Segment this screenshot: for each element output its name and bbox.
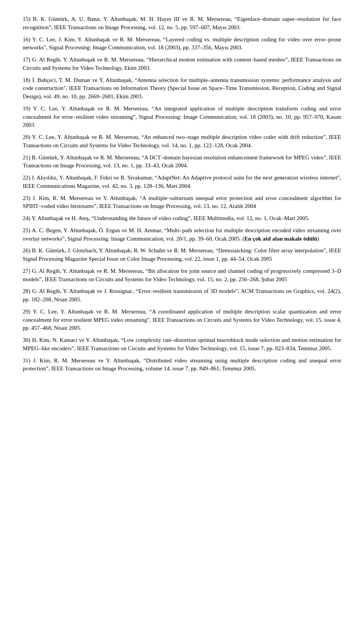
list-item: 20) Y. C. Lee, Y. Altunbaşak ve R. M. Me… (23, 133, 341, 150)
list-item: 26) B. K. Güntürk, J. Glotzbach, Y. Altu… (23, 247, 341, 263)
list-item: 21) B. Güntürk, Y. Altunbaşak ve R. M. M… (23, 154, 341, 170)
list-item: 22) I. Akyıldız, Y. Altunbaşak, F. Fekri… (23, 174, 341, 190)
list-item: 28) G. Al Regib, Y. Altunbaşak ve J. Ros… (23, 287, 341, 304)
list-item: 16) Y. C. Lee, J. Kim, Y. Altunbaşak ve … (23, 36, 341, 52)
list-item: 29) Y. C. Lee, Y. Altunbaşak ve R. M. Me… (23, 308, 341, 332)
list-item: 30) H. Kim, N. Kamacı ve Y. Altunbaşak, … (23, 336, 341, 353)
entry-text-post: ) (317, 236, 319, 242)
list-item: 18) İ. Bahçeci, T. M. Duman ve Y. Altunb… (23, 76, 341, 101)
entry-text-bold: En çok atıf alan makale ödülü (245, 236, 317, 242)
list-item: 17) G. Al Regib, Y. Altunbaşak ve R. M. … (23, 56, 341, 72)
entry-number: 25) (23, 227, 32, 233)
list-item: 23) J. Kim, R. M. Mersereau ve Y. Altunb… (23, 194, 341, 211)
list-item: 24) Y. Altunbaşak ve H. Ateş, “Understan… (23, 214, 341, 223)
list-item: 31) J. Kim, R. M. Mersereau ve Y. Altunb… (23, 357, 341, 373)
list-item: 15) B. K. Güntürk, A. U. Batur, Y. Altun… (23, 15, 341, 32)
list-item: 25) A. C. Begen, Y. Altunbaşak, Ö. Ergun… (23, 227, 341, 243)
list-item: 19) Y. C. Lee, Y. Altunbaşak ve R. M. Me… (23, 105, 341, 129)
main-content: 15) B. K. Güntürk, A. U. Batur, Y. Altun… (23, 15, 341, 373)
list-item: 27) G. Al Regib, Y. Altunbaşak ve R. M. … (23, 267, 341, 284)
